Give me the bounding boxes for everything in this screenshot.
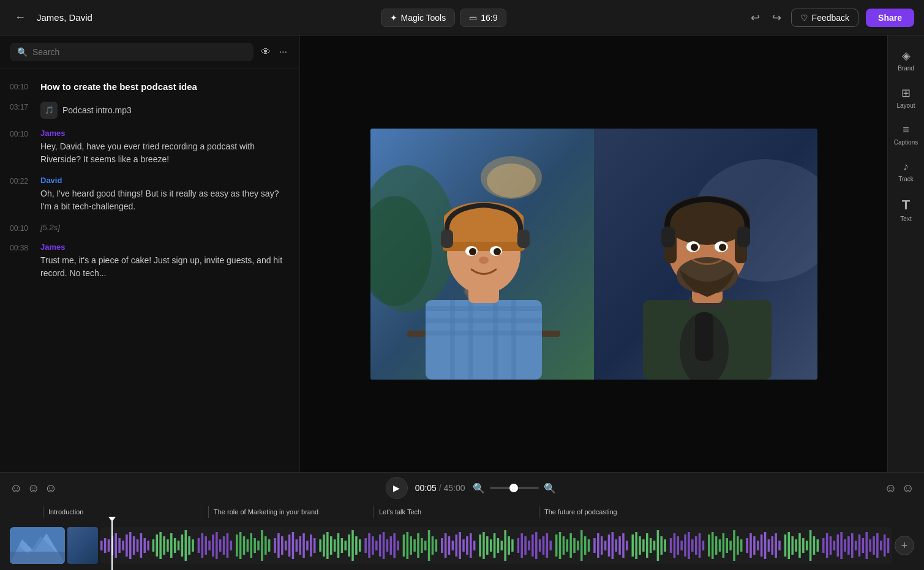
svg-rect-127 (379, 534, 381, 557)
svg-rect-203 (670, 538, 672, 553)
svg-rect-119 (348, 534, 350, 557)
svg-rect-23 (443, 242, 525, 251)
play-button[interactable]: ▶ (386, 477, 408, 499)
svg-rect-133 (403, 534, 405, 557)
svg-rect-260 (884, 534, 886, 557)
top-bar-right: ↩ ↪ ♡ Feedback Share (743, 9, 914, 27)
svg-rect-179 (577, 541, 579, 550)
more-options-button[interactable]: ··· (277, 44, 290, 60)
svg-rect-120 (351, 530, 354, 561)
svg-rect-154 (483, 532, 485, 559)
sidebar-item-track[interactable]: ♪ Track (890, 154, 922, 189)
transcript-item: 00:10 How to create the best podcast ide… (0, 77, 299, 97)
svg-point-45 (691, 244, 698, 251)
transcript-text: Hey, David, have you ever tried recordin… (40, 140, 290, 166)
feedback-button[interactable]: ♡ Feedback (791, 9, 858, 27)
add-track-button[interactable]: + (895, 536, 914, 555)
svg-rect-208 (688, 532, 690, 559)
svg-rect-81 (205, 536, 207, 555)
svg-rect-141 (432, 536, 434, 555)
sidebar-item-text[interactable]: T Text (890, 191, 922, 228)
feedback-label: Feedback (812, 13, 849, 23)
svg-rect-93 (250, 533, 252, 558)
svg-rect-105 (296, 539, 298, 552)
track-waveform[interactable] (100, 527, 892, 564)
timestamp: 03:17 (10, 103, 33, 119)
chapter-label-2[interactable]: The role of Marketing in your brand (208, 506, 374, 518)
svg-rect-183 (593, 538, 596, 553)
svg-rect-94 (254, 538, 256, 553)
sidebar-item-layout[interactable]: ⊞ Layout (890, 80, 922, 115)
chapter-label-3[interactable]: Let's talk Tech (374, 506, 539, 518)
svg-rect-13 (426, 318, 542, 323)
svg-rect-251 (851, 533, 854, 558)
transcript-title: How to create the best podcast idea (40, 81, 290, 92)
magic-tools-button[interactable]: ✦ Magic Tools (381, 9, 456, 27)
emoji-button-2[interactable]: ☺ (27, 481, 39, 495)
svg-rect-198 (650, 538, 652, 553)
svg-rect-232 (778, 541, 781, 550)
share-button[interactable]: Share (866, 9, 914, 27)
svg-rect-101 (281, 536, 284, 555)
transcript-text: Oh, I've heard good things! But is it re… (40, 187, 290, 213)
emoji-button-3[interactable]: ☺ (45, 481, 57, 495)
emoji-button-right-2[interactable]: ☺ (902, 481, 914, 495)
brand-icon: ◈ (902, 49, 911, 62)
svg-rect-165 (524, 536, 527, 555)
chapter-label-4[interactable]: The future of podcasting (539, 506, 704, 518)
video-container (370, 129, 817, 380)
svg-rect-172 (549, 541, 552, 550)
emoji-button-right-1[interactable]: ☺ (884, 481, 896, 495)
track-thumbnail-person[interactable] (67, 527, 98, 564)
transcript-item: 03:17 🎵 Podcast intro.mp3 (0, 97, 299, 124)
svg-rect-130 (390, 536, 393, 555)
svg-rect-255 (866, 532, 868, 559)
svg-point-5 (487, 163, 536, 198)
redo-button[interactable]: ↪ (770, 9, 784, 27)
svg-rect-63 (137, 539, 139, 552)
timestamp: 00:38 (10, 244, 33, 280)
sidebar-item-captions[interactable]: ≡ Captions (890, 118, 922, 152)
svg-point-27 (494, 248, 501, 255)
svg-rect-140 (428, 530, 430, 561)
svg-rect-70 (163, 536, 165, 555)
sidebar-item-brand[interactable]: ◈ Brand (890, 43, 922, 78)
svg-rect-99 (274, 538, 276, 553)
emoji-button-1[interactable]: ☺ (10, 481, 22, 495)
timestamp: 00:10 (10, 224, 33, 233)
svg-rect-186 (604, 541, 607, 550)
search-input[interactable] (32, 47, 246, 57)
svg-rect-156 (490, 539, 492, 552)
back-button[interactable]: ← (10, 9, 31, 26)
video-left-svg (370, 129, 594, 380)
svg-rect-249 (844, 539, 846, 552)
track-thumbnail-1[interactable] (10, 527, 65, 564)
zoom-slider[interactable] (490, 487, 539, 489)
svg-rect-96 (261, 530, 263, 561)
svg-rect-36 (695, 312, 713, 361)
svg-rect-118 (344, 541, 347, 550)
svg-rect-213 (708, 534, 710, 557)
svg-rect-261 (887, 538, 890, 553)
svg-rect-248 (840, 532, 843, 559)
chapter-label-1[interactable]: Introduction (43, 506, 208, 518)
svg-rect-59 (122, 541, 124, 550)
eye-button[interactable]: 👁 (258, 44, 273, 60)
svg-rect-184 (597, 533, 599, 558)
svg-rect-222 (740, 539, 743, 552)
svg-rect-187 (608, 534, 610, 557)
zoom-in-button[interactable]: 🔍 (544, 482, 556, 494)
search-input-wrap[interactable]: 🔍 (10, 43, 254, 61)
svg-rect-243 (822, 538, 825, 553)
svg-rect-180 (580, 530, 583, 561)
svg-rect-128 (383, 532, 385, 559)
svg-rect-29 (441, 230, 453, 248)
aspect-ratio-button[interactable]: ▭ 16:9 (460, 9, 506, 27)
svg-rect-55 (108, 539, 110, 552)
svg-rect-77 (188, 536, 190, 555)
search-actions: 👁 ··· (258, 44, 290, 60)
svg-rect-75 (181, 534, 184, 557)
undo-button[interactable]: ↩ (748, 9, 762, 27)
magic-wand-icon: ✦ (390, 13, 397, 23)
zoom-out-button[interactable]: 🔍 (473, 482, 485, 494)
